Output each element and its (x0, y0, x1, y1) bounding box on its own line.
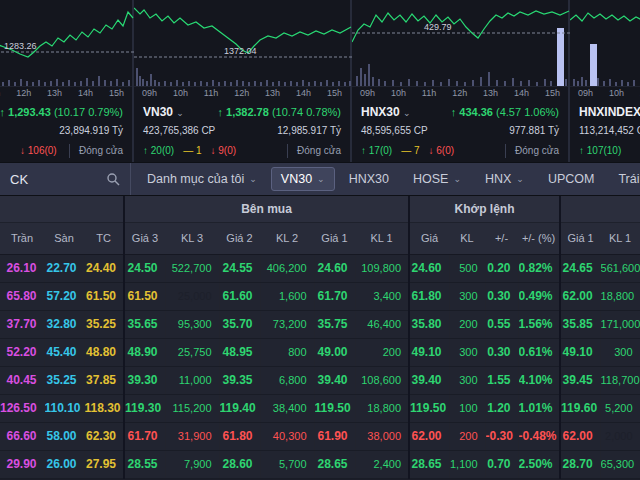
index-name-dropdown[interactable]: VN30 ⌄ (143, 105, 184, 119)
col-header[interactable]: +/- (%) (518, 222, 560, 254)
col-header[interactable]: KL 2 (260, 222, 314, 254)
index-volume-row: 48,595,655 CP977.881 Tỷ (352, 124, 568, 138)
index-panel-vn30: 1372.0409h10h11h12h13h14h15hVN30 ⌄↑ 1,38… (134, 0, 352, 163)
col-header[interactable]: KL 1 (355, 222, 409, 254)
cell: 39.40 (409, 366, 449, 394)
table-row[interactable]: 40.4535.2537.8539.3011,00039.356,80039.4… (0, 366, 640, 394)
time-label: 13h (483, 87, 498, 99)
market-status: Đóng cửa (287, 144, 341, 158)
unchanged-count: — 1 (183, 145, 201, 156)
cell: 126.50 (0, 394, 44, 422)
cell: 39.40 (314, 366, 355, 394)
cell: 2,000 (600, 422, 640, 450)
cell: 62.00 (560, 422, 600, 450)
col-header[interactable]: Giá 1 (560, 222, 600, 254)
cell: 39.45 (560, 366, 600, 394)
cell: 28.55 (124, 450, 165, 478)
group-header (560, 196, 640, 222)
table-row[interactable]: 66.6058.0062.3061.7031,90061.8040,30061.… (0, 422, 640, 450)
cell: 0.61% (518, 338, 560, 366)
col-header[interactable]: TC (84, 222, 124, 254)
cell: 200 (355, 338, 409, 366)
time-axis: 09h10h11h12h13h14h15h (0, 86, 132, 99)
time-label: 12h (234, 87, 249, 99)
cell: 25,000 (165, 282, 219, 310)
table-row[interactable]: 65.8057.2061.5061.5025,00061.601,60061.7… (0, 282, 640, 310)
column-header-row: TrầnSànTCGiá 3KL 3Giá 2KL 2Giá 1KL 1GiáK… (0, 222, 640, 254)
tab-danh-muc-cua-toi[interactable]: Danh mục của tôi⌄ (137, 167, 267, 191)
cell: 46,400 (355, 310, 409, 338)
unchanged-count: — 7 (401, 145, 419, 156)
tab-hose[interactable]: HOSE⌄ (403, 167, 471, 191)
cell: 24.60 (314, 254, 355, 282)
col-header[interactable]: KL 3 (165, 222, 219, 254)
time-label: 09h (578, 87, 593, 99)
advancers-count: ↑ 107(10) (579, 145, 621, 156)
table-row[interactable]: 29.9026.0027.9528.557,90028.605,70028.65… (0, 450, 640, 478)
table-row[interactable]: 52.2045.4048.8048.9025,75048.9580049.002… (0, 338, 640, 366)
cell: 18,800 (355, 394, 409, 422)
col-header[interactable]: Sàn (44, 222, 84, 254)
chevron-down-icon: ⌄ (516, 174, 524, 184)
table-row[interactable]: 37.7032.8035.2535.6595,30035.7073,20035.… (0, 310, 640, 338)
col-header[interactable]: Giá 3 (124, 222, 165, 254)
reference-value-label: 429.79 (424, 22, 452, 32)
table-row[interactable]: 26.1022.7024.4024.50522,70024.55406,2002… (0, 254, 640, 282)
tab-hnx30[interactable]: HNX30 (339, 167, 399, 191)
time-label: 13h (265, 87, 280, 99)
tab-trai-phieu[interactable]: Trái phiếu riê (608, 167, 640, 191)
time-label: 14h (514, 87, 529, 99)
index-value: 23,894.919 Tỷ (59, 124, 123, 138)
index-summary-row: HNXINDEX (570, 99, 640, 124)
index-charts-strip: 1283.2609h10h11h12h13h14h15h↑ 1,293.43 (… (0, 0, 640, 163)
reference-value-label: 1372.04 (224, 46, 257, 56)
cell: 27.95 (84, 450, 124, 478)
table-row[interactable]: 126.50110.10118.30119.30115,200119.4038,… (0, 394, 640, 422)
index-change: ↑ 1,382.78 (10.74 0.78%) (217, 106, 341, 118)
col-header[interactable]: Giá (409, 222, 449, 254)
col-header[interactable]: Trần (0, 222, 44, 254)
time-label: 15h (545, 87, 560, 99)
index-volume: 423,765,386 CP (143, 124, 215, 138)
cell: 49.10 (409, 338, 449, 366)
chevron-down-icon: ⌄ (176, 108, 184, 118)
time-axis: 09h10h11h12h13h14h15h (134, 86, 350, 99)
col-header[interactable]: Giá 1 (314, 222, 355, 254)
tab-hnx[interactable]: HNX⌄ (475, 167, 534, 191)
time-label: 12h (452, 87, 467, 99)
ticker-search[interactable]: CK (0, 163, 131, 195)
index-name-dropdown[interactable]: HNX30 ⌄ (361, 105, 411, 119)
time-axis: 09h10h11h12h13h14h15h (570, 86, 640, 99)
col-header[interactable]: KL 1 (600, 222, 640, 254)
cell: 58.00 (44, 422, 84, 450)
tab-vn30[interactable]: VN30⌄ (271, 167, 335, 191)
index-stats-row: ↑ 20(0)— 1↓ 9(0)Đóng cửa (134, 138, 350, 163)
search-icon[interactable] (106, 172, 120, 186)
index-panel-hnx30: 429.7909h10h11h12h13h14h15hHNX30 ⌄↑ 434.… (352, 0, 570, 163)
cell: 119.50 (409, 394, 449, 422)
time-label: 14h (78, 87, 93, 99)
cell: -0.30 (485, 422, 518, 450)
cell: 108,600 (355, 366, 409, 394)
col-header[interactable]: +/- (485, 222, 518, 254)
col-header[interactable]: Giá 2 (219, 222, 260, 254)
cell: 1.01% (518, 394, 560, 422)
time-label: 11h (422, 87, 436, 99)
col-header[interactable]: KL (449, 222, 485, 254)
index-sparkline-chart (570, 0, 640, 86)
cell: 0.49% (518, 282, 560, 310)
index-volume-row: 23,894.919 Tỷ (0, 124, 132, 138)
cell: 5,200 (600, 394, 640, 422)
decliners-count: ↓ 6(0) (428, 145, 454, 156)
index-sparkline-chart: 1372.04 (134, 0, 352, 86)
cell: 24.50 (124, 254, 165, 282)
time-label: 13h (47, 87, 62, 99)
decliners-count: ↓ 106(0) (20, 145, 57, 156)
index-name-dropdown[interactable]: HNXINDEX (579, 105, 640, 119)
cell: 40.45 (0, 366, 44, 394)
cell: 100 (449, 394, 485, 422)
cell: 561,600 (600, 254, 640, 282)
tab-upcom[interactable]: UPCOM (538, 167, 605, 191)
cell: 0.20 (485, 254, 518, 282)
cell: 300 (449, 282, 485, 310)
